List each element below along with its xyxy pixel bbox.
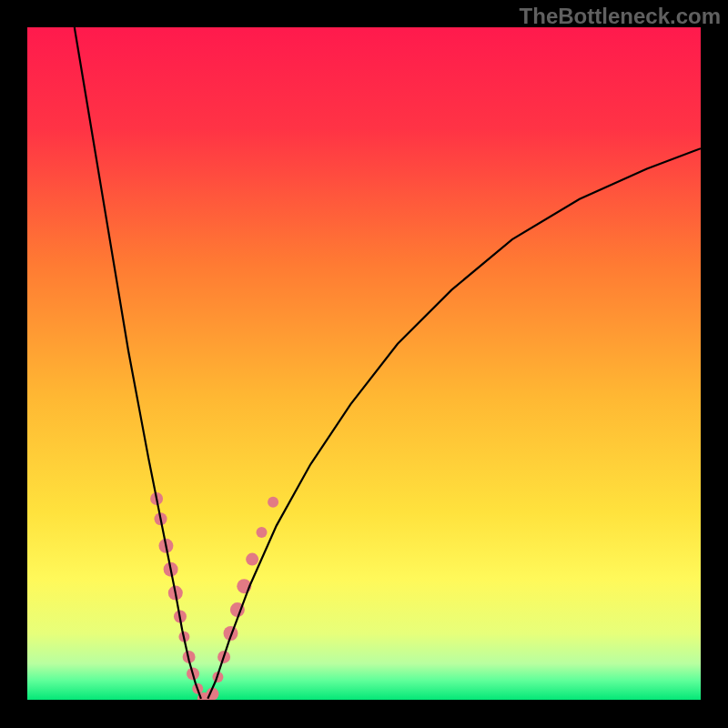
data-dot (257, 527, 268, 538)
plot-area (27, 27, 701, 701)
data-dot (268, 497, 278, 508)
curve-left-branch (75, 27, 201, 699)
dots-layer (150, 492, 278, 701)
curve-right-branch (207, 148, 701, 699)
chart-frame: TheBottleneck.com (0, 0, 728, 728)
curve-overlay (27, 27, 701, 701)
data-dot (246, 553, 258, 566)
watermark-text: TheBottleneck.com (520, 4, 721, 29)
